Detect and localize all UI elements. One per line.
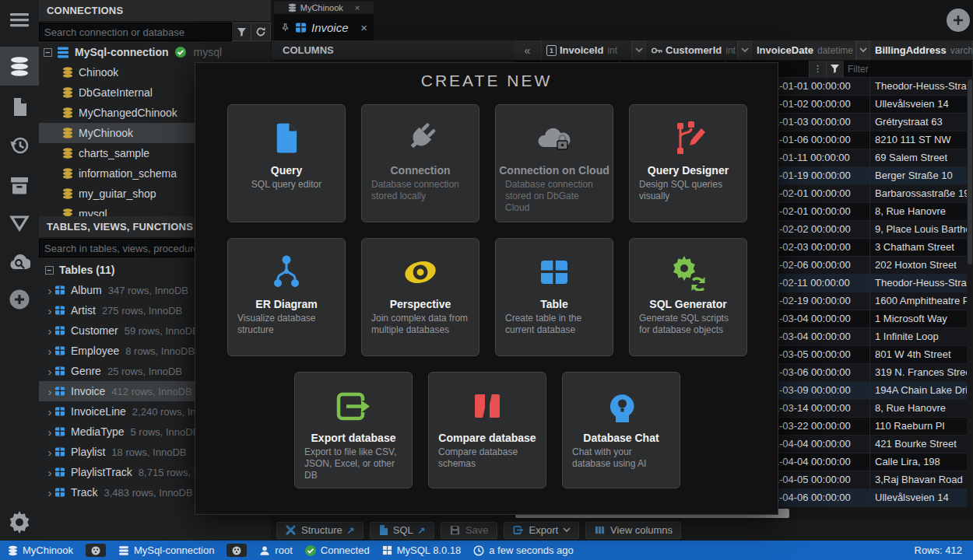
collapse-box-icon[interactable]: − xyxy=(45,266,54,275)
cell-billingaddress[interactable]: Ullevålsveien 14 xyxy=(870,489,973,506)
column-menu-chevron[interactable] xyxy=(737,40,751,60)
column-header-invoiceid[interactable]: 1 InvoiceId int xyxy=(542,40,646,60)
sidebar-item-cloud-search[interactable] xyxy=(0,243,39,282)
tab-invoice[interactable]: Invoice × xyxy=(274,14,374,40)
cell-billingaddress[interactable]: 421 Bourke Street xyxy=(870,436,973,453)
table-item-meta: 347 rows, InnoDB xyxy=(108,285,188,296)
cell-billingaddress[interactable]: 3,Raj Bhavan Road xyxy=(870,471,973,488)
sidebar-item-history[interactable] xyxy=(0,126,39,165)
expand-chevron-icon[interactable]: › xyxy=(45,446,54,459)
cell-billingaddress[interactable]: 202 Hoxton Street xyxy=(870,257,973,274)
cell-billingaddress[interactable]: 9, Place Louis Barthou xyxy=(870,221,973,238)
view-columns-button[interactable]: View columns xyxy=(585,522,681,539)
cell-billingaddress[interactable]: Barbarossastraße 19 xyxy=(870,185,973,202)
table-item-meta: 5 rows, InnoDB xyxy=(130,426,199,438)
new-tab-button[interactable] xyxy=(947,9,970,32)
expand-chevron-icon[interactable]: › xyxy=(45,304,54,317)
cell-billingaddress[interactable]: 69 Salem Street xyxy=(870,149,973,166)
tile-sql-generator[interactable]: SQL Generator Generate SQL scripts for d… xyxy=(629,238,747,356)
cell-billingaddress[interactable]: 8210 111 ST NW xyxy=(870,131,973,149)
cell-billingaddress[interactable]: Theodor-Heuss-Straße 34 xyxy=(870,78,973,95)
sidebar-item-archive[interactable] xyxy=(0,165,39,204)
database-icon xyxy=(62,188,73,199)
scrollbar-thumb[interactable] xyxy=(968,79,972,264)
connection-color-chip[interactable] xyxy=(227,544,247,557)
structure-button[interactable]: Structure ↗ xyxy=(276,522,364,539)
cell-billingaddress[interactable]: 1600 Amphitheatre Parkway xyxy=(870,292,973,310)
tile-connection[interactable]: Connection Database connection stored lo… xyxy=(361,104,479,222)
sidebar-item-files[interactable] xyxy=(0,87,39,126)
collapse-box-icon[interactable]: − xyxy=(44,48,52,57)
cell-billingaddress[interactable]: Ullevålsveien 14 xyxy=(870,96,973,113)
cell-billingaddress[interactable]: 319 N. Frances Street xyxy=(870,364,973,381)
expand-chevron-icon[interactable]: › xyxy=(45,466,54,479)
collapse-columns-icon[interactable]: « xyxy=(514,40,542,60)
tile-table[interactable]: Table Create table in the current databa… xyxy=(495,238,613,356)
settings-button[interactable] xyxy=(0,502,39,541)
statusbar-database[interactable]: MyChinook xyxy=(8,544,73,556)
person-icon xyxy=(259,545,270,556)
cell-billingaddress[interactable]: Calle Lira, 198 xyxy=(870,453,973,471)
table-item-meta: 18 rows, InnoDB xyxy=(111,446,186,458)
column-menu-chevron[interactable] xyxy=(631,40,645,60)
tab-label: Invoice xyxy=(311,21,349,34)
statusbar-status[interactable]: Connected xyxy=(305,544,370,556)
save-button[interactable]: Save xyxy=(441,522,497,539)
cell-billingaddress[interactable]: 8, Rue Hanovre xyxy=(870,203,973,220)
tile-database-chat[interactable]: Database Chat Chat with your database us… xyxy=(562,372,680,488)
export-button[interactable]: Export xyxy=(504,522,580,539)
tile-connection-cloud[interactable]: Connection on Cloud Database connection … xyxy=(495,104,613,222)
expand-chevron-icon[interactable]: › xyxy=(45,405,54,418)
expand-chevron-icon[interactable]: › xyxy=(45,324,54,338)
tab-group-header[interactable]: MyChinook × xyxy=(274,2,374,14)
filter-input-billingaddress[interactable] xyxy=(844,61,972,77)
cell-billingaddress[interactable]: 1 Infinite Loop xyxy=(870,328,973,345)
table-icon xyxy=(54,406,65,417)
connection-root-item[interactable]: − MySql-connection mysql xyxy=(39,42,271,62)
database-item-label: MyChinook xyxy=(79,127,133,139)
sidebar-item-database[interactable] xyxy=(0,47,39,86)
expand-chevron-icon[interactable]: › xyxy=(45,425,54,439)
tile-perspective[interactable]: Perspective Join complex data from multi… xyxy=(361,238,479,356)
cell-billingaddress[interactable]: Theodor-Heuss-Straße 34 xyxy=(870,275,973,292)
menu-button[interactable] xyxy=(0,0,39,39)
sidebar-item-add[interactable] xyxy=(0,280,39,319)
tile-query[interactable]: Query SQL query editor xyxy=(227,104,346,222)
close-tab-icon[interactable]: × xyxy=(360,21,367,34)
connections-filter-button[interactable] xyxy=(232,23,251,41)
column-header-billingaddress[interactable]: BillingAddress varchar xyxy=(870,40,973,60)
cell-billingaddress[interactable]: 1 Microsoft Way xyxy=(870,310,973,327)
column-menu-chevron[interactable] xyxy=(855,40,869,60)
expand-chevron-icon[interactable]: › xyxy=(45,345,54,358)
statusbar-user[interactable]: root xyxy=(259,544,292,556)
statusbar-engine[interactable]: MySQL 8.0.18 xyxy=(382,544,462,556)
filter-funnel-icon[interactable] xyxy=(826,61,843,77)
tile-export-database[interactable]: Export database Export to file like CSV,… xyxy=(294,372,413,488)
expand-chevron-icon[interactable]: › xyxy=(45,486,54,499)
cell-billingaddress[interactable]: 801 W 4th Street xyxy=(870,346,973,363)
cell-billingaddress[interactable]: 110 Raeburn Pl xyxy=(870,418,973,435)
statusbar-connection[interactable]: MySql-connection xyxy=(118,544,214,556)
cell-billingaddress[interactable]: 8, Rue Hanovre xyxy=(870,400,973,417)
column-header-invoicedate[interactable]: InvoiceDate datetime xyxy=(752,40,870,60)
connections-search-input[interactable] xyxy=(39,23,232,41)
sql-button[interactable]: SQL ↗ xyxy=(370,522,434,539)
connections-refresh-button[interactable] xyxy=(251,23,271,41)
vertical-scrollbar[interactable] xyxy=(967,78,973,507)
expand-chevron-icon[interactable]: › xyxy=(45,385,54,398)
tile-query-designer[interactable]: Query Designer Design SQL queries visual… xyxy=(629,104,747,222)
sidebar-item-filter[interactable] xyxy=(0,204,39,243)
tile-er-diagram[interactable]: ER Diagram Visualize database structure xyxy=(227,238,346,356)
expand-chevron-icon[interactable]: › xyxy=(45,284,54,297)
expand-chevron-icon[interactable]: › xyxy=(45,365,54,378)
cell-billingaddress[interactable]: Berger Straße 10 xyxy=(870,167,973,184)
column-header-customerid[interactable]: CustomerId int xyxy=(646,40,752,60)
cell-billingaddress[interactable]: 3 Chatham Street xyxy=(870,239,973,256)
cell-billingaddress[interactable]: 194A Chain Lake Drive xyxy=(870,382,973,399)
statusbar-updated[interactable]: a few seconds ago xyxy=(473,544,573,556)
cell-billingaddress[interactable]: Grétrystraat 63 xyxy=(870,114,973,131)
database-color-chip[interactable] xyxy=(86,544,106,557)
filter-kebab-icon[interactable]: ⋮ xyxy=(809,61,826,77)
close-group-icon[interactable]: × xyxy=(355,3,360,12)
tile-compare-database[interactable]: Compare database Compare database schema… xyxy=(428,372,546,488)
